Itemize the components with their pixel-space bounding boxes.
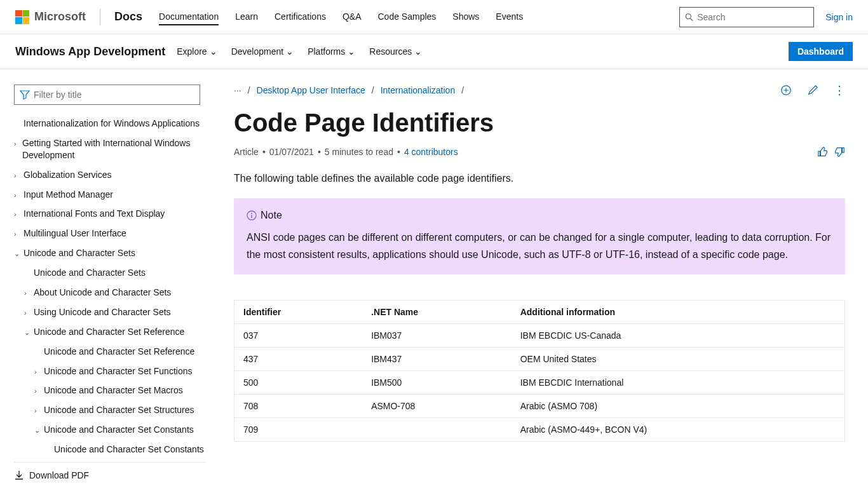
- subnav-development[interactable]: Development ⌄: [231, 46, 294, 57]
- toc-arrow-icon: ›: [14, 171, 22, 180]
- sidebar: ›Internationalization for Windows Applic…: [0, 69, 211, 488]
- table-row: 437IBM437OEM United States: [234, 348, 845, 371]
- download-pdf-label: Download PDF: [29, 470, 89, 480]
- download-icon: [14, 470, 24, 480]
- nav-events[interactable]: Events: [496, 9, 523, 25]
- toc-item[interactable]: ›Getting Started with International Wind…: [14, 133, 206, 165]
- toc-item[interactable]: ⌄Unicode and Character Set Reference: [14, 322, 206, 342]
- toc-label: Unicode and Character Sets: [34, 267, 146, 279]
- toc-item[interactable]: ⌄Unicode and Character Set Constants: [14, 420, 206, 440]
- toc-item[interactable]: ›Unicode and Character Set Constants: [14, 440, 206, 458]
- dashboard-button[interactable]: Dashboard: [789, 42, 853, 61]
- table-row: 709Arabic (ASMO-449+, BCON V4): [234, 418, 845, 442]
- toc-arrow-icon: ›: [14, 191, 22, 200]
- toc-item[interactable]: ›Unicode and Character Set Functions: [14, 362, 206, 381]
- nav-shows[interactable]: Shows: [452, 9, 479, 25]
- search-box[interactable]: [679, 7, 814, 27]
- thumbs-up-icon[interactable]: [817, 146, 829, 158]
- breadcrumb: ··· / Desktop App User Interface / Inter…: [234, 85, 780, 95]
- toc-item[interactable]: ›Unicode and Character Sets: [14, 263, 206, 283]
- toc-arrow-icon: ›: [34, 406, 42, 416]
- sub-nav: Explore ⌄ Development ⌄ Platforms ⌄ Reso…: [177, 46, 422, 57]
- toc-label: About Unicode and Character Sets: [34, 287, 171, 299]
- docs-brand[interactable]: Docs: [114, 10, 142, 24]
- table-cell: 437: [234, 348, 363, 371]
- meta-readtime: 5 minutes to read: [325, 147, 393, 157]
- table-cell: IBM EBCDIC International: [512, 371, 845, 395]
- header-divider: [100, 9, 100, 25]
- toc-arrow-icon: ›: [34, 367, 42, 377]
- contributors-link[interactable]: 4 contributors: [404, 147, 458, 157]
- table-row: 708ASMO-708Arabic (ASMO 708): [234, 395, 845, 418]
- search-input[interactable]: [697, 12, 808, 22]
- subnav-resources[interactable]: Resources ⌄: [369, 46, 422, 57]
- breadcrumb-more[interactable]: ···: [234, 85, 241, 95]
- toc-item[interactable]: ›Using Unicode and Character Sets: [14, 302, 206, 322]
- toc-item[interactable]: ›Unicode and Character Set Reference: [14, 342, 206, 362]
- article-meta: Article• 01/07/2021• 5 minutes to read• …: [234, 146, 845, 158]
- microsoft-logo[interactable]: Microsoft: [15, 10, 86, 24]
- table-cell: OEM United States: [512, 348, 845, 371]
- breadcrumb-separator: /: [248, 85, 250, 95]
- toc-arrow-icon: ⌄: [34, 426, 42, 435]
- toc-item[interactable]: ›Globalization Services: [14, 165, 206, 185]
- main-content: ··· / Desktop App User Interface / Inter…: [211, 69, 868, 488]
- nav-qa[interactable]: Q&A: [342, 9, 362, 25]
- toc-arrow-icon: ›: [34, 386, 42, 396]
- table-cell: IBM500: [362, 371, 512, 395]
- meta-date: 01/07/2021: [269, 147, 314, 157]
- toc-item[interactable]: ›Unicode and Character Set Macros: [14, 381, 206, 400]
- note-body: ANSI code pages can be different on diff…: [247, 229, 832, 263]
- toc-label: Unicode and Character Sets: [24, 247, 135, 259]
- sub-header: Windows App Development Explore ⌄ Develo…: [0, 34, 868, 69]
- toc-item[interactable]: ›About Unicode and Character Sets: [14, 283, 206, 302]
- th-additional: Additional information: [512, 301, 845, 324]
- add-icon[interactable]: [780, 85, 792, 96]
- microsoft-logo-text: Microsoft: [34, 10, 86, 24]
- search-icon: [685, 13, 693, 22]
- breadcrumb-item-intl[interactable]: Internationalization: [381, 85, 456, 95]
- nav-documentation[interactable]: Documentation: [159, 9, 219, 25]
- nav-code-samples[interactable]: Code Samples: [378, 9, 437, 25]
- svg-point-4: [251, 213, 252, 214]
- toc-item[interactable]: ›International Fonts and Text Display: [14, 204, 206, 224]
- toc-arrow-icon: ⌄: [14, 249, 22, 259]
- toc-label: Unicode and Character Set Reference: [34, 326, 184, 338]
- product-title[interactable]: Windows App Development: [15, 45, 165, 58]
- toc-label: Globalization Services: [24, 169, 112, 181]
- table-cell: Arabic (ASMO-449+, BCON V4): [512, 418, 845, 442]
- nav-certifications[interactable]: Certifications: [275, 9, 326, 25]
- toc-item[interactable]: ›Input Method Manager: [14, 185, 206, 205]
- toc-label: Unicode and Character Set Functions: [44, 365, 192, 377]
- thumbs-down-icon[interactable]: [834, 146, 845, 158]
- toc-item[interactable]: ›Unicode and Character Set Structures: [14, 400, 206, 420]
- toc-arrow-icon: ›: [14, 229, 22, 239]
- edit-icon[interactable]: [807, 85, 818, 96]
- toc-arrow-icon: ⌄: [24, 328, 32, 337]
- codepage-table: Identifier .NET Name Additional informat…: [234, 300, 845, 442]
- note-label: Note: [261, 210, 282, 221]
- microsoft-logo-icon: [15, 10, 29, 24]
- toc-item[interactable]: ›Internationalization for Windows Applic…: [14, 114, 206, 133]
- chevron-down-icon: ⌄: [414, 46, 422, 57]
- table-cell: 037: [234, 324, 363, 348]
- table-cell: ASMO-708: [362, 395, 512, 418]
- toc-arrow-icon: ›: [24, 288, 32, 298]
- sign-in-link[interactable]: Sign in: [825, 12, 853, 22]
- toc-item[interactable]: ›Multilingual User Interface: [14, 224, 206, 243]
- toc-item[interactable]: ⌄Unicode and Character Sets: [14, 243, 206, 263]
- top-nav: Documentation Learn Certifications Q&A C…: [159, 9, 523, 25]
- subnav-explore[interactable]: Explore ⌄: [177, 46, 217, 57]
- filter-input[interactable]: [34, 90, 194, 100]
- download-pdf-link[interactable]: Download PDF: [14, 462, 206, 488]
- toc-label: Using Unicode and Character Sets: [34, 306, 171, 318]
- table-cell: 709: [234, 418, 363, 442]
- filter-box[interactable]: [14, 85, 200, 105]
- info-icon: [247, 210, 257, 220]
- subnav-platforms[interactable]: Platforms ⌄: [308, 46, 355, 57]
- breadcrumb-item-desktop[interactable]: Desktop App User Interface: [257, 85, 365, 95]
- toc-label: Unicode and Character Set Constants: [54, 444, 204, 456]
- chevron-down-icon: ⌄: [348, 46, 355, 57]
- nav-learn[interactable]: Learn: [235, 9, 258, 25]
- table-cell: IBM037: [362, 324, 512, 348]
